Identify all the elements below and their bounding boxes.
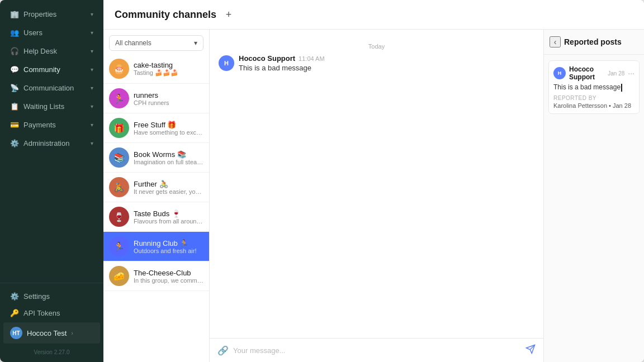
waiting-lists-icon: 📋 bbox=[10, 102, 19, 111]
channel-sub-running-club: Outdoors and fresh air! bbox=[134, 247, 203, 254]
hococo-label: Hococo Test bbox=[27, 329, 67, 337]
sidebar-item-properties[interactable]: 🏢Properties▾ bbox=[3, 5, 100, 23]
channel-sub-taste-buds: Flavours from all around the w... bbox=[134, 218, 203, 225]
sidebar-item-settings[interactable]: ⚙️Settings bbox=[3, 288, 100, 304]
channel-sub-further: It never gets easier, you just g... bbox=[134, 188, 203, 195]
channel-info-taste-buds: Taste Buds 🍷 Flavours from all around th… bbox=[134, 209, 203, 225]
sidebar-item-communication[interactable]: 📡Communication▾ bbox=[3, 79, 100, 97]
channel-item-book-worms[interactable]: 📚 Book Worms 📚 Imagination on full steam… bbox=[103, 143, 209, 173]
main-content: Community channels + All channels ▾ 🎂 ca… bbox=[103, 0, 644, 362]
sidebar-item-users[interactable]: 👥Users▾ bbox=[3, 23, 100, 41]
reported-user-name: Hococo Support bbox=[569, 65, 604, 81]
sidebar-item-api-tokens[interactable]: 🔑API Tokens bbox=[3, 305, 100, 321]
chevron-communication-icon: ▾ bbox=[91, 85, 93, 91]
api-tokens-icon: 🔑 bbox=[10, 309, 19, 317]
channel-info-runners: runners CPH runners bbox=[134, 91, 203, 106]
attach-icon[interactable]: 🔗 bbox=[217, 345, 229, 356]
settings-icon: ⚙️ bbox=[10, 292, 19, 301]
sidebar-item-label-properties: Properties bbox=[23, 10, 86, 18]
channel-item-free-stuff[interactable]: 🎁 Free Stuff 🎁 Have something to exchang… bbox=[103, 113, 209, 143]
community-icon: 💬 bbox=[10, 65, 19, 74]
channel-sub-free-stuff: Have something to exchange?... bbox=[134, 129, 203, 136]
channel-name-book-worms: Book Worms 📚 bbox=[134, 150, 203, 159]
reported-user-avatar: H bbox=[553, 67, 566, 79]
channel-sub-cake-tasting: Tasting 🍰🍰🍰 bbox=[134, 69, 203, 77]
chevron-administration-icon: ▾ bbox=[91, 140, 93, 146]
channel-info-running-club: Running Club 🏃 Outdoors and fresh air! bbox=[134, 239, 203, 254]
channel-name-cake-tasting: cake-tasting bbox=[134, 61, 203, 69]
message-header: Hococo Support 11:04 AM bbox=[239, 54, 534, 63]
sidebar-item-administration[interactable]: ⚙️Administration▾ bbox=[3, 134, 100, 152]
filter-chevron-icon: ▾ bbox=[194, 39, 197, 47]
reported-header: ‹ Reported posts bbox=[544, 30, 644, 55]
sidebar-item-label-helpdesk: Help Desk bbox=[23, 47, 86, 55]
channel-name-free-stuff: Free Stuff 🎁 bbox=[134, 121, 203, 129]
channel-name-cheese-club: The-Cheese-Club bbox=[134, 269, 203, 277]
reported-more-icon[interactable]: ··· bbox=[628, 69, 634, 78]
reported-card-header: H Hococo Support Jan 28 ··· bbox=[553, 65, 634, 81]
sidebar-bottom: ⚙️Settings🔑API Tokens HT Hococo Test › V… bbox=[0, 283, 103, 362]
channel-filter-button[interactable]: All channels ▾ bbox=[109, 35, 203, 51]
chat-messages: Today H Hococo Support 11:04 AM This is … bbox=[210, 30, 543, 338]
channel-sub-runners: CPH runners bbox=[134, 99, 203, 106]
version-label: Version 2.27.0 bbox=[0, 347, 103, 358]
communication-icon: 📡 bbox=[10, 83, 19, 92]
message-text: This is a bad message bbox=[239, 64, 534, 72]
channel-items: 🎂 cake-tasting Tasting 🍰🍰🍰 🏃 runners CPH… bbox=[103, 54, 209, 362]
sidebar-nav: 🏢Properties▾👥Users▾🎧Help Desk▾💬Community… bbox=[0, 0, 103, 283]
sidebar: 🏢Properties▾👥Users▾🎧Help Desk▾💬Community… bbox=[0, 0, 103, 362]
chat-input-bar: 🔗 bbox=[210, 338, 543, 362]
channel-item-cake-tasting[interactable]: 🎂 cake-tasting Tasting 🍰🍰🍰 bbox=[103, 54, 209, 84]
message-time: 11:04 AM bbox=[299, 55, 324, 62]
sidebar-item-label-communication: Communication bbox=[23, 84, 86, 92]
channel-info-book-worms: Book Worms 📚 Imagination on full steam..… bbox=[134, 150, 203, 165]
sidebar-label-api-tokens: API Tokens bbox=[23, 309, 60, 317]
channel-info-free-stuff: Free Stuff 🎁 Have something to exchange?… bbox=[134, 121, 203, 136]
administration-icon: ⚙️ bbox=[10, 139, 19, 147]
chat-panel: Today H Hococo Support 11:04 AM This is … bbox=[210, 30, 543, 362]
filter-label: All channels bbox=[115, 39, 151, 47]
channel-item-taste-buds[interactable]: 🍷 Taste Buds 🍷 Flavours from all around … bbox=[103, 202, 209, 232]
message-avatar: H bbox=[219, 55, 234, 71]
reported-title: Reported posts bbox=[564, 37, 622, 46]
properties-icon: 🏢 bbox=[10, 9, 19, 18]
chevron-users-icon: ▾ bbox=[91, 30, 93, 36]
channel-item-running-club[interactable]: 🏃 Running Club 🏃 Outdoors and fresh air! bbox=[103, 232, 209, 261]
sidebar-item-label-administration: Administration bbox=[23, 139, 86, 147]
channel-avatar-running-club: 🏃 bbox=[109, 236, 129, 256]
sidebar-label-settings: Settings bbox=[23, 292, 50, 301]
users-icon: 👥 bbox=[10, 28, 19, 37]
message-content: Hococo Support 11:04 AM This is a bad me… bbox=[239, 54, 534, 72]
send-icon[interactable] bbox=[525, 344, 536, 356]
sidebar-item-payments[interactable]: 💳Payments▾ bbox=[3, 116, 100, 134]
sidebar-item-helpdesk[interactable]: 🎧Help Desk▾ bbox=[3, 42, 100, 60]
sidebar-item-label-waiting-lists: Waiting Lists bbox=[23, 102, 86, 111]
sidebar-item-label-community: Community bbox=[23, 65, 86, 74]
helpdesk-icon: 🎧 bbox=[10, 46, 19, 55]
channel-sub-book-worms: Imagination on full steam... bbox=[134, 159, 203, 165]
sidebar-item-waiting-lists[interactable]: 📋Waiting Lists▾ bbox=[3, 97, 100, 115]
channel-avatar-runners: 🏃 bbox=[109, 88, 129, 108]
channel-avatar-taste-buds: 🍷 bbox=[109, 207, 129, 227]
payments-icon: 💳 bbox=[10, 120, 19, 129]
channel-item-runners[interactable]: 🏃 runners CPH runners bbox=[103, 84, 209, 113]
channel-item-cheese-club[interactable]: 🧀 The-Cheese-Club In this group, we comm… bbox=[103, 261, 209, 291]
reported-post-date: Jan 28 bbox=[608, 70, 624, 77]
channel-list: All channels ▾ 🎂 cake-tasting Tasting 🍰🍰… bbox=[103, 30, 210, 362]
sidebar-hococo-item[interactable]: HT Hococo Test › bbox=[3, 322, 100, 344]
chevron-community-icon: ▾ bbox=[91, 66, 93, 73]
message-input[interactable] bbox=[233, 346, 521, 355]
add-channel-button[interactable]: + bbox=[222, 8, 235, 21]
sidebar-item-community[interactable]: 💬Community▾ bbox=[3, 60, 100, 78]
channel-avatar-further: 🚴 bbox=[109, 177, 129, 197]
channel-name-runners: runners bbox=[134, 91, 203, 99]
date-divider: Today bbox=[219, 43, 534, 50]
channel-item-further[interactable]: 🚴 Further 🚴 It never gets easier, you ju… bbox=[103, 173, 209, 202]
channel-avatar-cheese-club: 🧀 bbox=[109, 266, 129, 286]
channel-avatar-book-worms: 📚 bbox=[109, 147, 129, 168]
back-button[interactable]: ‹ bbox=[550, 36, 561, 47]
channel-info-cheese-club: The-Cheese-Club In this group, we commun… bbox=[134, 269, 203, 284]
main-body: All channels ▾ 🎂 cake-tasting Tasting 🍰🍰… bbox=[103, 30, 644, 362]
channel-sub-cheese-club: In this group, we communicat... bbox=[134, 277, 203, 284]
message-author: Hococo Support bbox=[239, 54, 295, 63]
